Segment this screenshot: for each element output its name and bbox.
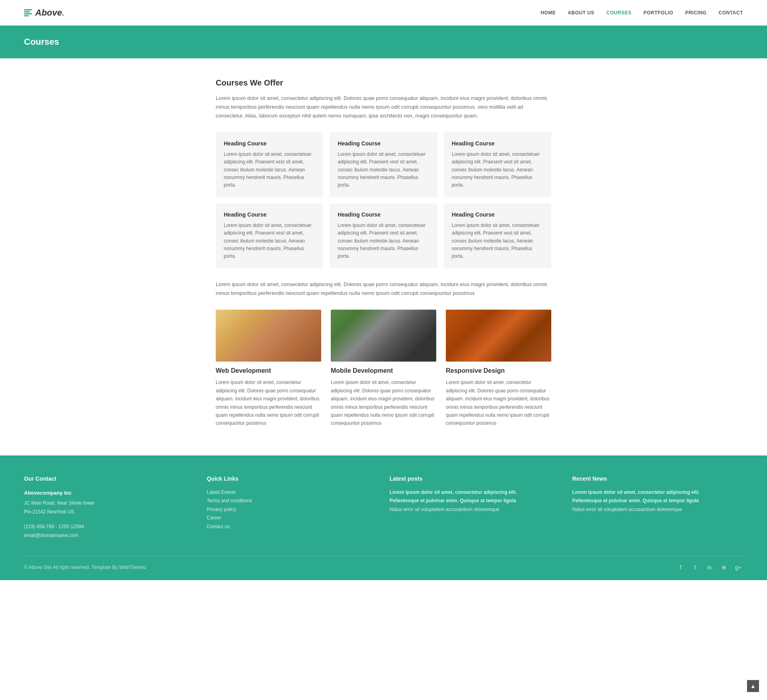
company-name: Abovecompany Inc <box>24 488 195 497</box>
course-title: Web Development <box>216 367 321 374</box>
course-desc: Lorem ipsum dolor sit amet, consectetur … <box>331 378 436 427</box>
logo-text: Above. <box>35 8 64 18</box>
recent-news-0: Lorem ipsum dolor sit amet, consectetur … <box>572 488 743 497</box>
card-heading: Heading Course <box>224 211 315 218</box>
footer-contact: Our Contact Abovecompany Inc JC Main Roa… <box>24 475 195 540</box>
social-icons: f𝕥in⊕g+ <box>676 563 743 572</box>
course-image-responsive <box>446 310 551 362</box>
contact-heading: Our Contact <box>24 475 195 482</box>
latest-post-0: Lorem ipsum dolor sit amet, consectetur … <box>389 488 560 497</box>
recent-news-2: Natus error sit voluptatem accusantium d… <box>572 505 743 514</box>
card-text: Lorem ipsum dolor sit amet, consectetuer… <box>224 222 315 260</box>
quicklink-career[interactable]: Career <box>207 514 378 523</box>
card-text: Lorem ipsum dolor sit amet, consectetuer… <box>338 222 429 260</box>
email: email@domainname.com <box>24 531 195 540</box>
course-card-4: Heading Course Lorem ipsum dolor sit ame… <box>330 203 437 268</box>
quicklink-privacy-policy[interactable]: Privacy policy <box>207 505 378 514</box>
nav-item-portfolio[interactable]: PORTFOLIO <box>644 10 674 16</box>
copyright: © Above Site All right reserved. Templat… <box>24 565 146 570</box>
nav-item-courses[interactable]: COURSES <box>606 10 632 16</box>
recent-news-heading: Recent News <box>572 475 743 482</box>
social-icon-4[interactable]: g+ <box>733 563 743 572</box>
social-icon-3[interactable]: ⊕ <box>719 563 729 572</box>
main-nav: HOMEABOUT USCOURSESPORTFOLIOPRICINGCONTA… <box>540 10 743 16</box>
course-desc: Lorem ipsum dolor sit amet, consectetur … <box>446 378 551 427</box>
course-title: Responsive Design <box>446 367 551 374</box>
logo[interactable]: Above. <box>24 8 64 18</box>
latest-post-2: Natus error sit voluptatem accusantium d… <box>389 505 560 514</box>
quicklinks-heading: Quick Links <box>207 475 378 482</box>
social-icon-1[interactable]: 𝕥 <box>690 563 700 572</box>
card-heading: Heading Course <box>452 140 543 147</box>
section-title: Courses We Offer <box>216 78 551 88</box>
secondary-text: Lorem ipsum dolor sit amet, consectetur … <box>216 280 551 298</box>
course-item-2: Responsive Design Lorem ipsum dolor sit … <box>446 310 551 427</box>
course-desc: Lorem ipsum dolor sit amet, consectetur … <box>216 378 321 427</box>
nav-item-contact[interactable]: CONTACT <box>719 10 743 16</box>
card-text: Lorem ipsum dolor sit amet, consectetuer… <box>338 151 429 189</box>
hero-title: Courses <box>24 37 743 47</box>
latest-posts-heading: Latest posts <box>389 475 560 482</box>
card-text: Lorem ipsum dolor sit amet, consectetuer… <box>452 151 543 189</box>
hero-banner: Courses <box>0 26 767 58</box>
nav-item-pricing[interactable]: PRICING <box>685 10 707 16</box>
footer-quicklinks: Quick Links Latest EventsTerms and condi… <box>207 475 378 540</box>
course-card-2: Heading Course Lorem ipsum dolor sit ame… <box>444 132 551 197</box>
footer: Our Contact Abovecompany Inc JC Main Roa… <box>0 455 767 581</box>
main-content: Courses We Offer Lorem ipsum dolor sit a… <box>192 58 575 455</box>
latest-post-1: Pellentesque et pulvinar enim. Quisque a… <box>389 497 560 505</box>
card-heading: Heading Course <box>338 211 429 218</box>
footer-grid: Our Contact Abovecompany Inc JC Main Roa… <box>24 475 743 540</box>
quicklink-terms-and-conditions[interactable]: Terms and conditions <box>207 497 378 505</box>
course-image-mobile-dev <box>331 310 436 362</box>
course-item-0: Web Development Lorem ipsum dolor sit am… <box>216 310 321 427</box>
footer-bottom: © Above Site All right reserved. Templat… <box>24 556 743 572</box>
courses-section: Web Development Lorem ipsum dolor sit am… <box>216 310 551 427</box>
course-card-0: Heading Course Lorem ipsum dolor sit ame… <box>216 132 323 197</box>
footer-recent-news: Recent News Lorem ipsum dolor sit amet, … <box>572 475 743 540</box>
phone: (123) 456-789 - 1255-12584 <box>24 523 195 531</box>
quicklink-latest-events[interactable]: Latest Events <box>207 488 378 497</box>
social-icon-0[interactable]: f <box>676 563 686 572</box>
card-text: Lorem ipsum dolor sit amet, consectetuer… <box>224 151 315 189</box>
cards-grid: Heading Course Lorem ipsum dolor sit ame… <box>216 132 551 268</box>
course-image-web-dev <box>216 310 321 362</box>
social-icon-2[interactable]: in <box>705 563 714 572</box>
recent-news-1: Pellentesque et pulvinar enim. Quisque a… <box>572 497 743 505</box>
nav-item-about-us[interactable]: ABOUT US <box>568 10 594 16</box>
course-item-1: Mobile Development Lorem ipsum dolor sit… <box>331 310 436 427</box>
nav-item-home[interactable]: HOME <box>540 10 556 16</box>
quicklink-contact-us[interactable]: Contact us <box>207 523 378 531</box>
logo-icon <box>24 9 32 16</box>
course-title: Mobile Development <box>331 367 436 374</box>
address-line2: Pin-21542 NewYork US. <box>24 508 195 517</box>
card-heading: Heading Course <box>224 140 315 147</box>
address-line1: JC Main Road, Near Silnile tower <box>24 499 195 508</box>
intro-text: Lorem ipsum dolor sit amet, consectetur … <box>216 94 551 120</box>
card-heading: Heading Course <box>338 140 429 147</box>
footer-latest-posts: Latest posts Lorem ipsum dolor sit amet,… <box>389 475 560 540</box>
card-heading: Heading Course <box>452 211 543 218</box>
header: Above. HOMEABOUT USCOURSESPORTFOLIOPRICI… <box>0 0 767 26</box>
course-card-3: Heading Course Lorem ipsum dolor sit ame… <box>216 203 323 268</box>
course-card-1: Heading Course Lorem ipsum dolor sit ame… <box>330 132 437 197</box>
card-text: Lorem ipsum dolor sit amet, consectetuer… <box>452 222 543 260</box>
course-card-5: Heading Course Lorem ipsum dolor sit ame… <box>444 203 551 268</box>
